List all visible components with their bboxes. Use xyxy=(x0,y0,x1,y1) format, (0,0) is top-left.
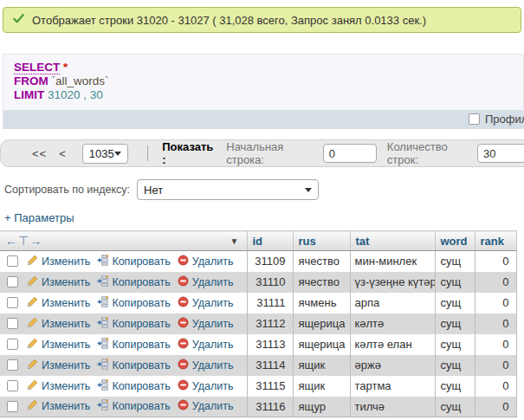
sort-row: Сортировать по индексу: Нет xyxy=(4,179,524,200)
delete-icon xyxy=(178,255,189,268)
copy-row-icon xyxy=(97,399,108,413)
edit-link[interactable]: Изменить xyxy=(42,318,90,330)
column-header-id[interactable]: id xyxy=(247,231,293,251)
cell-id: 31110 xyxy=(247,272,293,293)
row-checkbox[interactable] xyxy=(7,318,18,329)
sql-query-panel: SELECT * FROM `all_words` LIMIT 31020 , … xyxy=(3,54,524,129)
sql-limit-args: 31020 , 30 xyxy=(48,88,103,101)
chevron-down-icon xyxy=(305,188,312,192)
start-row-input[interactable] xyxy=(323,144,377,163)
copy-action: Копировать xyxy=(97,399,170,413)
delete-link[interactable]: Удалить xyxy=(192,339,234,351)
prev-page-button[interactable]: < xyxy=(59,147,67,160)
delete-link[interactable]: Удалить xyxy=(192,318,234,330)
column-drag-icon[interactable]: ←⊤→ xyxy=(5,234,42,248)
table-row: Изменить Копировать xyxy=(0,397,516,417)
results-table: ←⊤→ ▼ id rus tat word rank xyxy=(0,230,517,417)
delete-action: Удалить xyxy=(178,275,234,289)
copy-action: Копировать xyxy=(97,359,170,372)
edit-link[interactable]: Изменить xyxy=(42,339,90,351)
cell-rus: ящур xyxy=(293,397,350,417)
row-checkbox[interactable] xyxy=(7,297,18,308)
pagination-bar: << < 1035 Показать : Начальная строка: К… xyxy=(0,139,524,167)
edit-link[interactable]: Изменить xyxy=(42,255,90,268)
cell-word: сущ xyxy=(435,251,475,272)
sort-by-key-select[interactable]: Нет xyxy=(137,179,319,200)
edit-link[interactable]: Изменить xyxy=(42,276,90,288)
row-checkbox[interactable] xyxy=(7,380,18,391)
table-row: Изменить Копировать xyxy=(0,251,516,272)
pencil-icon xyxy=(27,338,38,352)
edit-link[interactable]: Изменить xyxy=(42,297,90,309)
copy-link[interactable]: Копировать xyxy=(112,255,170,268)
cell-id: 31114 xyxy=(247,355,293,376)
delete-icon xyxy=(178,296,189,310)
delete-link[interactable]: Удалить xyxy=(192,297,234,309)
column-header-rus[interactable]: rus xyxy=(293,231,350,251)
delete-link[interactable]: Удалить xyxy=(192,359,234,372)
row-checkbox[interactable] xyxy=(7,339,18,350)
column-header-tat[interactable]: tat xyxy=(350,231,435,251)
row-actions-cell: Изменить Копировать xyxy=(0,293,247,313)
delete-link[interactable]: Удалить xyxy=(192,255,234,268)
show-label: Показать : xyxy=(162,140,214,166)
pencil-icon xyxy=(27,275,38,289)
cell-rus: ячество xyxy=(293,272,350,293)
sql-select-arg: * xyxy=(63,61,68,74)
edit-link[interactable]: Изменить xyxy=(42,400,90,412)
row-checkbox[interactable] xyxy=(7,401,18,412)
profiling-checkbox[interactable] xyxy=(469,113,480,125)
page-select[interactable]: 1035 xyxy=(82,144,129,164)
column-header-rank[interactable]: rank xyxy=(475,231,516,251)
copy-link[interactable]: Копировать xyxy=(112,276,170,288)
copy-link[interactable]: Копировать xyxy=(112,400,170,412)
delete-link[interactable]: Удалить xyxy=(192,400,234,412)
table-header-row: ←⊤→ ▼ id rus tat word rank xyxy=(0,231,516,251)
copy-link[interactable]: Копировать xyxy=(112,297,170,309)
copy-action: Копировать xyxy=(97,338,170,352)
table-row: Изменить Копировать xyxy=(0,355,516,376)
cell-word: сущ xyxy=(435,293,475,313)
copy-link[interactable]: Копировать xyxy=(112,359,170,372)
cell-tat: үз-үзеңне күтәрү xyxy=(350,272,435,293)
divider xyxy=(147,145,148,161)
edit-action: Изменить xyxy=(27,275,90,289)
sql-table-name: `all_words` xyxy=(52,74,109,87)
copy-link[interactable]: Копировать xyxy=(112,339,170,351)
delete-link[interactable]: Удалить xyxy=(192,276,234,288)
edit-action: Изменить xyxy=(27,338,90,352)
delete-icon xyxy=(178,338,189,352)
row-actions-cell: Изменить Копировать xyxy=(0,397,247,417)
num-rows-input[interactable] xyxy=(477,144,524,163)
cell-rank: 0 xyxy=(475,355,516,376)
column-header-word[interactable]: word xyxy=(435,231,475,251)
row-checkbox[interactable] xyxy=(7,359,18,371)
cell-word: сущ xyxy=(435,397,475,417)
profiling-control: Профилирование xyxy=(469,113,524,126)
cell-id: 31109 xyxy=(247,251,293,272)
options-toggle-link[interactable]: + Параметры xyxy=(4,211,74,224)
cell-rank: 0 xyxy=(475,334,516,355)
copy-row-icon xyxy=(97,275,108,289)
sort-desc-icon[interactable]: ▼ xyxy=(230,236,239,246)
cell-rank: 0 xyxy=(475,397,516,417)
delete-link[interactable]: Удалить xyxy=(192,380,234,392)
edit-link[interactable]: Изменить xyxy=(42,380,90,392)
edit-link[interactable]: Изменить xyxy=(42,359,90,372)
copy-link[interactable]: Копировать xyxy=(112,318,170,330)
copy-link[interactable]: Копировать xyxy=(112,380,170,392)
first-page-button[interactable]: << xyxy=(32,147,47,160)
row-checkbox[interactable] xyxy=(7,255,18,267)
row-checkbox[interactable] xyxy=(7,276,18,288)
cell-id: 31115 xyxy=(247,376,293,397)
cell-tat: кәлтә елан xyxy=(350,334,435,355)
cell-rus: ящик xyxy=(293,376,350,397)
start-row-label: Начальная строка: xyxy=(226,140,314,166)
cell-tat: тилчә xyxy=(350,397,435,417)
sql-keyword-select[interactable]: SELECT xyxy=(14,61,60,74)
row-actions-cell: Изменить Копировать xyxy=(0,251,247,272)
edit-action: Изменить xyxy=(27,399,90,413)
cell-rus: ящик xyxy=(293,355,350,376)
cell-rank: 0 xyxy=(475,251,516,272)
cell-rank: 0 xyxy=(475,272,516,293)
